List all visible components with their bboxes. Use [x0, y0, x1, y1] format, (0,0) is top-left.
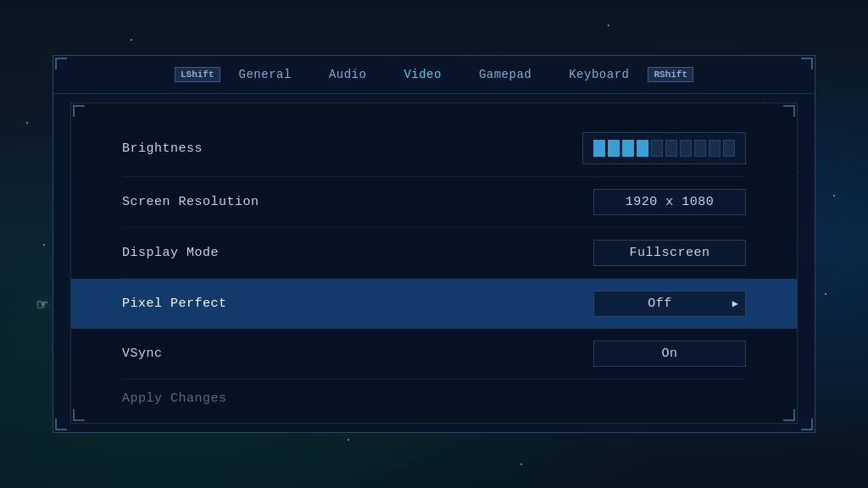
brightness-seg-2: [608, 140, 620, 157]
vsync-label: VSync: [122, 347, 163, 361]
brightness-control[interactable]: [582, 132, 746, 164]
brightness-seg-3: [622, 140, 634, 157]
brightness-seg-10: [723, 140, 735, 157]
apply-changes-label[interactable]: Apply Changes: [122, 391, 227, 406]
display-mode-row: Display Mode Fullscreen: [122, 228, 746, 279]
screen-resolution-label: Screen Resolution: [122, 195, 259, 209]
inner-corner-tl: [73, 105, 85, 117]
vsync-value[interactable]: On: [593, 341, 746, 367]
tab-general[interactable]: General: [220, 64, 310, 85]
tab-gamepad[interactable]: Gamepad: [460, 64, 550, 85]
inner-corner-br: [783, 409, 795, 421]
inner-corner-bl: [73, 409, 85, 421]
brightness-seg-5: [651, 140, 663, 157]
arrow-right-icon: ▶: [726, 292, 745, 315]
pixel-perfect-row[interactable]: ☞ Pixel Perfect Off ▶: [71, 279, 797, 329]
brightness-seg-1: [593, 140, 605, 157]
screen-resolution-value[interactable]: 1920 x 1080: [593, 189, 746, 215]
pixel-perfect-control[interactable]: Off ▶: [593, 291, 746, 317]
tab-video[interactable]: Video: [385, 64, 460, 85]
pixel-perfect-label: Pixel Perfect: [122, 297, 227, 311]
brightness-label: Brightness: [122, 141, 203, 156]
brightness-seg-9: [709, 140, 721, 157]
vsync-row: VSync On: [122, 329, 746, 380]
settings-content: Brightness Screen Resolution 1920: [70, 103, 798, 424]
pixel-perfect-value: Off: [594, 291, 726, 316]
brightness-seg-8: [694, 140, 706, 157]
tab-keyboard[interactable]: Keyboard: [550, 64, 648, 85]
cursor-hand-icon: ☞: [37, 293, 47, 314]
left-shift-key[interactable]: LShift: [175, 67, 220, 82]
brightness-seg-6: [665, 140, 677, 157]
apply-changes-row: Apply Changes: [122, 380, 746, 406]
display-mode-value[interactable]: Fullscreen: [593, 240, 746, 266]
settings-panel: LShift General Audio Video Gamepad Keybo…: [53, 55, 815, 433]
brightness-seg-7: [680, 140, 692, 157]
tab-audio[interactable]: Audio: [310, 64, 386, 85]
inner-corner-tr: [783, 105, 795, 117]
display-mode-label: Display Mode: [122, 246, 219, 260]
tab-bar: LShift General Audio Video Gamepad Keybo…: [53, 56, 815, 94]
panel-corner-br: [801, 419, 813, 430]
screen-resolution-row: Screen Resolution 1920 x 1080: [122, 177, 746, 228]
right-shift-key[interactable]: RShift: [648, 67, 693, 82]
panel-corner-bl: [55, 419, 67, 430]
brightness-seg-4: [637, 140, 648, 157]
brightness-row: Brightness: [122, 120, 746, 177]
